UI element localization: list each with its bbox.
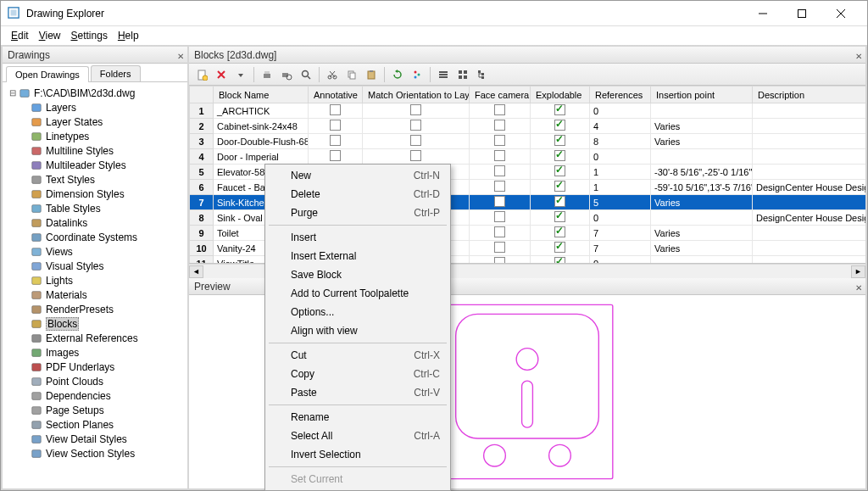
tree-item-view-section-styles[interactable]: View Section Styles xyxy=(3,446,187,460)
col-header-explodable[interactable]: Explodable xyxy=(531,86,590,103)
tree-item-view-detail-styles[interactable]: View Detail Styles xyxy=(3,432,187,446)
checkbox-icon[interactable] xyxy=(554,150,565,161)
cell-explodable[interactable] xyxy=(531,256,590,265)
cell-annotative[interactable] xyxy=(309,103,363,119)
context-menu[interactable]: NewCtrl-NDeleteCtrl-DPurgeCtrl-PInsertIn… xyxy=(264,164,451,491)
checkbox-icon[interactable] xyxy=(554,104,565,115)
print-icon[interactable] xyxy=(258,65,276,84)
checkbox-icon[interactable] xyxy=(554,242,565,253)
checkbox-icon[interactable] xyxy=(330,150,341,161)
ctx-insert-external[interactable]: Insert External xyxy=(267,247,448,265)
table-row[interactable]: 4Door - Imperial0 xyxy=(190,149,866,165)
cell-annotative[interactable] xyxy=(309,149,363,165)
dropdown-icon[interactable] xyxy=(231,65,250,84)
cell-explodable[interactable] xyxy=(531,241,590,256)
checkbox-icon[interactable] xyxy=(554,196,565,207)
paste-icon[interactable] xyxy=(362,65,381,84)
table-row[interactable]: 3Door-Double-Flush-68x808Varies xyxy=(190,134,866,149)
cell-explodable[interactable] xyxy=(531,226,590,241)
col-header-references[interactable]: References xyxy=(590,86,651,103)
cell-explodable[interactable] xyxy=(531,119,590,134)
tree-item-layers[interactable]: Layers xyxy=(3,100,187,114)
menu-edit[interactable]: Edit xyxy=(6,28,34,43)
scroll-left-icon[interactable]: ◄ xyxy=(189,265,203,278)
checkbox-icon[interactable] xyxy=(494,196,505,207)
close-button[interactable] xyxy=(821,1,860,26)
ctx-options[interactable]: Options... xyxy=(267,303,448,321)
cell-block-name[interactable]: _ARCHTICK xyxy=(214,103,309,119)
tab-folders[interactable]: Folders xyxy=(91,65,141,81)
menu-help[interactable]: Help xyxy=(113,28,144,43)
checkbox-icon[interactable] xyxy=(554,257,565,264)
ctx-new[interactable]: NewCtrl-N xyxy=(267,166,448,185)
cell-face-camera[interactable] xyxy=(470,149,531,165)
view-details-icon[interactable] xyxy=(434,65,453,84)
find-icon[interactable] xyxy=(297,65,315,84)
checkbox-icon[interactable] xyxy=(410,150,421,161)
preview-panel-close-icon[interactable]: ✕ xyxy=(855,280,862,297)
tree-item-dependencies[interactable]: Dependencies xyxy=(3,388,187,403)
cell-face-camera[interactable] xyxy=(470,241,531,256)
cell-annotative[interactable] xyxy=(309,119,363,134)
checkbox-icon[interactable] xyxy=(494,104,505,115)
checkbox-icon[interactable] xyxy=(494,150,505,161)
cell-face-camera[interactable] xyxy=(470,165,531,180)
tree-item-blocks[interactable]: Blocks xyxy=(3,316,187,331)
checkbox-icon[interactable] xyxy=(410,135,421,146)
cell-explodable[interactable] xyxy=(531,180,590,195)
col-header-annotative[interactable]: Annotative xyxy=(309,86,363,103)
col-header-match-orientation-to-layout[interactable]: Match Orientation to Layout xyxy=(363,86,470,103)
ctx-align-with-view[interactable]: Align with view xyxy=(267,321,448,340)
menu-view[interactable]: View xyxy=(34,28,66,43)
col-header-block-name[interactable]: Block Name xyxy=(214,86,309,103)
cell-block-name[interactable]: Cabinet-sink-24x48 xyxy=(214,119,309,134)
checkbox-icon[interactable] xyxy=(494,242,505,253)
tree-item-multiline-styles[interactable]: Multiline Styles xyxy=(3,143,187,158)
tree-item-views[interactable]: Views xyxy=(3,244,187,259)
col-header-face-camera[interactable]: Face camera xyxy=(470,86,531,103)
tree-item-images[interactable]: Images xyxy=(3,345,187,360)
cell-explodable[interactable] xyxy=(531,134,590,149)
cell-face-camera[interactable] xyxy=(470,119,531,134)
ctx-invert-selection[interactable]: Invert Selection xyxy=(267,445,448,464)
settings-icon[interactable] xyxy=(408,65,426,84)
cell-face-camera[interactable] xyxy=(470,256,531,265)
checkbox-icon[interactable] xyxy=(554,226,565,237)
checkbox-icon[interactable] xyxy=(494,257,505,264)
col-header-insertion-point[interactable]: Insertion point xyxy=(651,86,753,103)
tree-item-multileader-styles[interactable]: Multileader Styles xyxy=(3,158,187,172)
tree-item-text-styles[interactable]: Text Styles xyxy=(3,172,187,187)
cell-annotative[interactable] xyxy=(309,134,363,149)
view-tree-icon[interactable] xyxy=(473,65,492,84)
table-row[interactable]: 2Cabinet-sink-24x484Varies xyxy=(190,119,866,134)
checkbox-icon[interactable] xyxy=(330,135,341,146)
cell-match-orientation[interactable] xyxy=(363,134,470,149)
checkbox-icon[interactable] xyxy=(554,211,565,222)
tree-item-dimension-styles[interactable]: Dimension Styles xyxy=(3,187,187,201)
minimize-button[interactable] xyxy=(743,1,782,26)
cell-match-orientation[interactable] xyxy=(363,103,470,119)
ctx-purge[interactable]: PurgeCtrl-P xyxy=(267,204,448,222)
cell-block-name[interactable]: Door-Double-Flush-68x80 xyxy=(214,134,309,149)
menu-settings[interactable]: Settings xyxy=(66,28,113,43)
cell-explodable[interactable] xyxy=(531,103,590,119)
checkbox-icon[interactable] xyxy=(554,135,565,146)
checkbox-icon[interactable] xyxy=(330,104,341,115)
checkbox-icon[interactable] xyxy=(410,120,421,131)
copy-icon[interactable] xyxy=(342,65,361,84)
scroll-right-icon[interactable]: ► xyxy=(851,265,865,278)
checkbox-icon[interactable] xyxy=(494,165,505,176)
tree-item-materials[interactable]: Materials xyxy=(3,287,187,302)
checkbox-icon[interactable] xyxy=(494,135,505,146)
checkbox-icon[interactable] xyxy=(554,181,565,192)
cell-explodable[interactable] xyxy=(531,165,590,180)
ctx-add-to-current-toolpalette[interactable]: Add to Current Toolpalette xyxy=(267,284,448,303)
cell-face-camera[interactable] xyxy=(470,226,531,241)
cell-face-camera[interactable] xyxy=(470,180,531,195)
tree-item-pdf-underlays[interactable]: PDF Underlays xyxy=(3,360,187,374)
cell-block-name[interactable]: Door - Imperial xyxy=(214,149,309,165)
tree-item-linetypes[interactable]: Linetypes xyxy=(3,129,187,143)
tree-item-visual-styles[interactable]: Visual Styles xyxy=(3,259,187,273)
checkbox-icon[interactable] xyxy=(494,120,505,131)
checkbox-icon[interactable] xyxy=(410,104,421,115)
